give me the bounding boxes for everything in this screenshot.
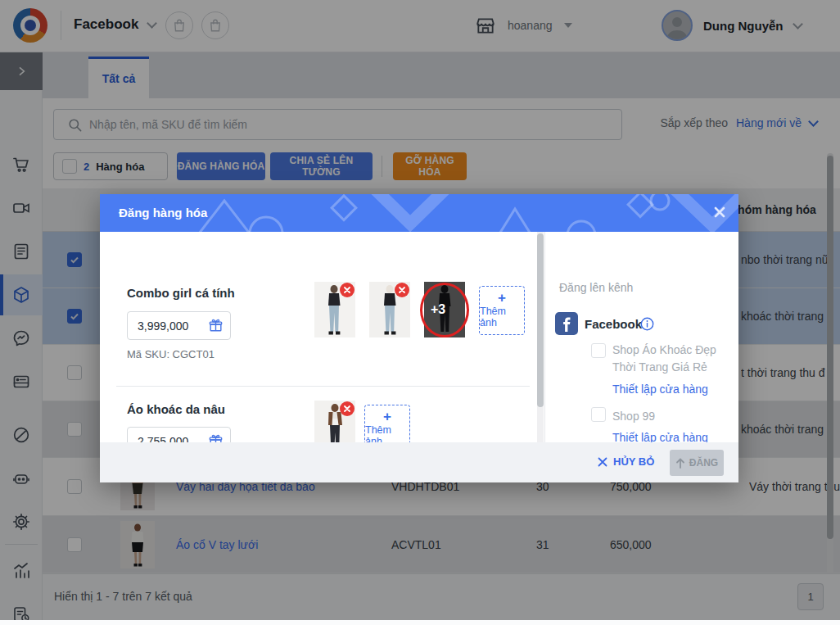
submit-button[interactable]: ĐĂNG [670,450,724,476]
modal-footer: HỦY BỎ ĐĂNG [100,442,738,482]
channel-panel-title: Đăng lên kênh [559,281,633,294]
close-icon [344,287,350,293]
shop-setup-link[interactable]: Thiết lập cửa hàng [612,383,708,396]
remove-image-button[interactable] [340,401,355,416]
product-divider [116,386,530,387]
remove-image-button[interactable] [340,283,355,297]
gift-icon [208,318,224,333]
channel-name: Facebook [585,317,642,331]
product-image [369,282,410,337]
modal-title: Đăng hàng hóa [119,206,207,220]
modal-product-name: Combo girl cá tính [127,286,235,300]
submit-label: ĐĂNG [689,457,718,469]
cancel-button[interactable]: HỦY BỎ [598,455,654,468]
arrow-up-icon [675,458,685,469]
shop-checkbox[interactable] [591,407,606,422]
plus-icon: + [383,411,391,423]
add-image-button[interactable]: + Thêm ảnh [479,286,525,335]
close-icon [399,287,405,293]
plus-icon: + [498,292,506,304]
gift-price-icon[interactable] [208,318,224,333]
shop-checkbox[interactable] [591,343,606,358]
facebook-icon [555,312,578,335]
close-icon [598,457,607,467]
panel-divider [544,232,545,442]
product-image [314,282,355,337]
highlight-circle [420,283,469,337]
close-icon [714,206,725,218]
info-icon[interactable] [640,317,654,331]
remove-image-button[interactable] [395,283,409,297]
modal-close-button[interactable] [714,206,725,218]
price-input[interactable] [128,312,200,339]
shop-name: Shop Áo Khoác Đẹp Thời Trang Giá Rẻ [612,342,727,376]
modal-header: Đăng hàng hóa [100,194,738,232]
price-field [127,311,231,340]
modal-product-sku: Mã SKU: CGCT01 [127,348,215,360]
modal-product-name: Áo khoác da nâu [127,402,225,416]
app-root: Facebook hoanang Dung Nguyễn [0,0,840,625]
modal-scrollbar-thumb[interactable] [537,233,544,407]
modal-body: Combo girl cá tính Mã SKU: CGCT01 +3 [100,232,738,442]
bottom-strip [0,620,840,625]
post-products-modal: Đăng hàng hóa Combo girl cá tính Mã SKU:… [100,194,738,482]
close-icon [344,405,350,412]
shop-name: Shop 99 [612,408,727,425]
cancel-label: HỦY BỎ [613,455,654,468]
add-image-label: Thêm ảnh [480,306,524,328]
